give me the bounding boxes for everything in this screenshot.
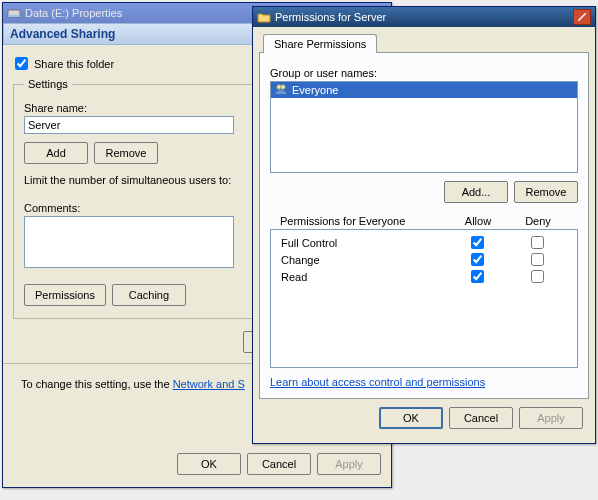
permissions-for-label: Permissions for Everyone [280, 215, 448, 227]
learn-permissions-link[interactable]: Learn about access control and permissio… [270, 376, 485, 388]
allow-full-control-checkbox[interactable] [471, 236, 484, 249]
perm-row-read: Read [271, 268, 577, 285]
deny-change-checkbox[interactable] [531, 253, 544, 266]
comments-textarea[interactable] [24, 216, 234, 268]
permissions-button[interactable]: Permissions [24, 284, 106, 306]
permissions-title: Permissions for Server [275, 11, 386, 23]
svg-point-4 [281, 85, 285, 89]
perm-name: Full Control [281, 237, 447, 249]
group-user-names-label: Group or user names: [270, 67, 578, 79]
share-this-folder-checkbox[interactable] [15, 57, 28, 70]
svg-line-2 [578, 13, 586, 21]
drive-icon [7, 6, 21, 20]
permissions-apply-button[interactable]: Apply [519, 407, 583, 429]
share-this-folder-label: Share this folder [34, 58, 114, 70]
permissions-table: Full Control Change Read [270, 229, 578, 368]
properties-apply-button[interactable]: Apply [317, 453, 381, 475]
principal-everyone[interactable]: Everyone [271, 82, 577, 98]
caching-button[interactable]: Caching [112, 284, 186, 306]
footnote-text: To change this setting, use the [21, 378, 173, 390]
remove-principal-button[interactable]: Remove [514, 181, 578, 203]
deny-column-header: Deny [508, 215, 568, 227]
properties-cancel-button[interactable]: Cancel [247, 453, 311, 475]
permissions-window: Permissions for Server Share Permissions… [252, 6, 596, 444]
add-share-button[interactable]: Add [24, 142, 88, 164]
close-icon[interactable] [573, 9, 591, 25]
permissions-cancel-button[interactable]: Cancel [449, 407, 513, 429]
tab-share-permissions[interactable]: Share Permissions [263, 34, 377, 53]
svg-rect-1 [8, 15, 20, 17]
deny-full-control-checkbox[interactable] [531, 236, 544, 249]
network-sharing-link[interactable]: Network and S [173, 378, 245, 390]
allow-change-checkbox[interactable] [471, 253, 484, 266]
remove-share-button[interactable]: Remove [94, 142, 158, 164]
perm-name: Read [281, 271, 447, 283]
group-icon [274, 83, 288, 97]
allow-read-checkbox[interactable] [471, 270, 484, 283]
share-name-input[interactable] [24, 116, 234, 134]
perm-row-change: Change [271, 251, 577, 268]
permissions-titlebar[interactable]: Permissions for Server [253, 7, 595, 27]
principal-name: Everyone [292, 84, 338, 96]
permissions-tabstrip: Share Permissions [259, 33, 589, 53]
principals-listbox[interactable]: Everyone [270, 81, 578, 173]
allow-column-header: Allow [448, 215, 508, 227]
deny-read-checkbox[interactable] [531, 270, 544, 283]
permissions-ok-button[interactable]: OK [379, 407, 443, 429]
add-principal-button[interactable]: Add... [444, 181, 508, 203]
settings-legend: Settings [24, 78, 72, 90]
properties-ok-button[interactable]: OK [177, 453, 241, 475]
perm-name: Change [281, 254, 447, 266]
perm-row-full-control: Full Control [271, 234, 577, 251]
properties-title: Data (E:) Properties [25, 7, 122, 19]
folder-icon [257, 10, 271, 24]
